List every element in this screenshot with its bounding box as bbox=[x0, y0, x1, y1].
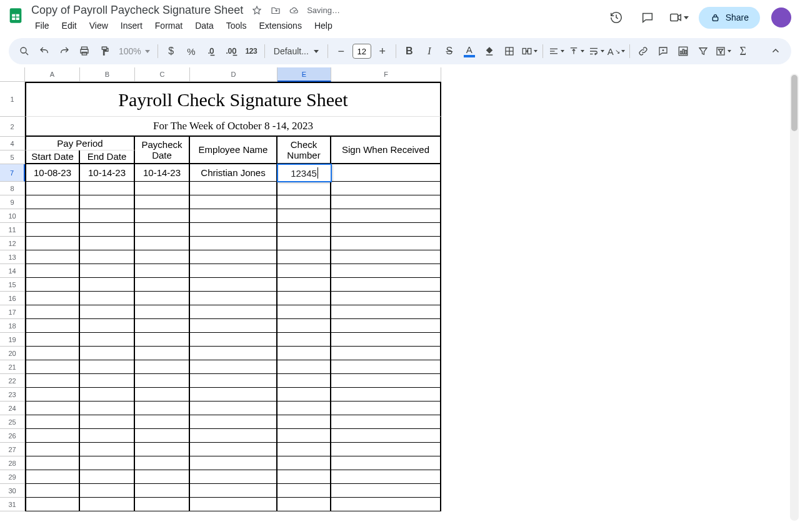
cell-E24[interactable] bbox=[278, 401, 331, 415]
cell-F7[interactable] bbox=[331, 164, 441, 182]
cell-C26[interactable] bbox=[135, 429, 190, 443]
cell-E29[interactable] bbox=[278, 470, 331, 484]
cell-D21[interactable] bbox=[190, 360, 278, 374]
row-header-2[interactable]: 2 bbox=[0, 117, 25, 137]
cell-D30[interactable] bbox=[190, 484, 278, 498]
hdr-D[interactable]: Employee Name bbox=[190, 137, 278, 164]
zoom-select[interactable]: 100% bbox=[115, 46, 154, 56]
cell-C18[interactable] bbox=[135, 319, 190, 333]
cell-D15[interactable] bbox=[190, 278, 278, 292]
cell-A30[interactable] bbox=[25, 484, 80, 498]
cell-F26[interactable] bbox=[331, 429, 441, 443]
cell-C19[interactable] bbox=[135, 333, 190, 347]
cloud-status-icon[interactable] bbox=[288, 4, 301, 17]
menu-insert[interactable]: Insert bbox=[116, 18, 148, 33]
row-header-22[interactable]: 22 bbox=[0, 374, 25, 388]
cell-B21[interactable] bbox=[80, 360, 135, 374]
cell-A28[interactable] bbox=[25, 456, 80, 470]
font-select[interactable]: Default... bbox=[269, 46, 324, 56]
cell-D10[interactable] bbox=[190, 209, 278, 223]
history-icon[interactable] bbox=[605, 6, 628, 29]
cell-E23[interactable] bbox=[278, 388, 331, 401]
cell-C7[interactable]: 10-14-23 bbox=[135, 164, 190, 182]
cell-A7[interactable]: 10-08-23 bbox=[25, 164, 80, 182]
row-header-26[interactable]: 26 bbox=[0, 429, 25, 443]
row-header-16[interactable]: 16 bbox=[0, 292, 25, 305]
row-header-11[interactable]: 11 bbox=[0, 223, 25, 237]
cell-E26[interactable] bbox=[278, 429, 331, 443]
cell-A14[interactable] bbox=[25, 264, 80, 278]
cell-F11[interactable] bbox=[331, 223, 441, 237]
cells-grid[interactable]: Payroll Check Signature SheetFor The Wee… bbox=[25, 82, 441, 511]
cell-A22[interactable] bbox=[25, 374, 80, 388]
font-size-input[interactable] bbox=[352, 44, 371, 59]
cell-A9[interactable] bbox=[25, 195, 80, 209]
cell-A25[interactable] bbox=[25, 415, 80, 429]
horizontal-align-button[interactable] bbox=[547, 42, 566, 61]
more-formats-button[interactable]: 123 bbox=[242, 42, 261, 61]
cell-E19[interactable] bbox=[278, 333, 331, 347]
col-header-F[interactable]: F bbox=[331, 67, 441, 82]
cell-A8[interactable] bbox=[25, 182, 80, 195]
cell-B20[interactable] bbox=[80, 347, 135, 360]
hdr-E[interactable]: Check Number bbox=[278, 137, 331, 164]
cell-A13[interactable] bbox=[25, 250, 80, 264]
cell-D14[interactable] bbox=[190, 264, 278, 278]
col-header-E[interactable]: E bbox=[278, 67, 331, 82]
comments-icon[interactable] bbox=[636, 6, 659, 29]
row-header-8[interactable]: 8 bbox=[0, 182, 25, 195]
cell-C16[interactable] bbox=[135, 292, 190, 305]
cell-B7[interactable]: 10-14-23 bbox=[80, 164, 135, 182]
cell-D25[interactable] bbox=[190, 415, 278, 429]
move-folder-icon[interactable] bbox=[269, 4, 282, 17]
cell-A20[interactable] bbox=[25, 347, 80, 360]
cell-F8[interactable] bbox=[331, 182, 441, 195]
cell-B29[interactable] bbox=[80, 470, 135, 484]
cell-C21[interactable] bbox=[135, 360, 190, 374]
borders-button[interactable] bbox=[500, 42, 519, 61]
row-header-12[interactable]: 12 bbox=[0, 237, 25, 250]
cell-B22[interactable] bbox=[80, 374, 135, 388]
cell-C31[interactable] bbox=[135, 498, 190, 511]
cell-C28[interactable] bbox=[135, 456, 190, 470]
cell-F13[interactable] bbox=[331, 250, 441, 264]
percent-icon[interactable]: % bbox=[182, 42, 201, 61]
cell-F16[interactable] bbox=[331, 292, 441, 305]
cell-D18[interactable] bbox=[190, 319, 278, 333]
row-header-1[interactable]: 1 bbox=[0, 82, 25, 117]
cell-D11[interactable] bbox=[190, 223, 278, 237]
cell-C30[interactable] bbox=[135, 484, 190, 498]
cell-D8[interactable] bbox=[190, 182, 278, 195]
cell-B10[interactable] bbox=[80, 209, 135, 223]
menu-data[interactable]: Data bbox=[190, 18, 219, 33]
cell-E30[interactable] bbox=[278, 484, 331, 498]
cell-C8[interactable] bbox=[135, 182, 190, 195]
cell-B16[interactable] bbox=[80, 292, 135, 305]
title-cell[interactable]: Payroll Check Signature Sheet bbox=[25, 82, 441, 117]
cell-E18[interactable] bbox=[278, 319, 331, 333]
hdr-F[interactable]: Sign When Received bbox=[331, 137, 441, 164]
col-header-C[interactable]: C bbox=[135, 67, 190, 82]
cell-E12[interactable] bbox=[278, 237, 331, 250]
cell-D22[interactable] bbox=[190, 374, 278, 388]
cell-C24[interactable] bbox=[135, 401, 190, 415]
cell-A31[interactable] bbox=[25, 498, 80, 511]
row-header-31[interactable]: 31 bbox=[0, 498, 25, 511]
hdr-pay-period[interactable]: Pay Period bbox=[25, 137, 135, 150]
cell-A19[interactable] bbox=[25, 333, 80, 347]
cell-D26[interactable] bbox=[190, 429, 278, 443]
menu-file[interactable]: File bbox=[30, 18, 54, 33]
sheets-logo-icon[interactable] bbox=[5, 5, 26, 26]
insert-comment-icon[interactable] bbox=[654, 42, 672, 61]
row-header-15[interactable]: 15 bbox=[0, 278, 25, 292]
text-wrap-button[interactable] bbox=[587, 42, 606, 61]
row-header-27[interactable]: 27 bbox=[0, 443, 25, 456]
paint-format-icon[interactable] bbox=[95, 42, 114, 61]
cell-A17[interactable] bbox=[25, 305, 80, 319]
cell-E22[interactable] bbox=[278, 374, 331, 388]
row-header-7[interactable]: 7 bbox=[0, 164, 25, 182]
cell-F28[interactable] bbox=[331, 456, 441, 470]
cell-D23[interactable] bbox=[190, 388, 278, 401]
increase-font-size-icon[interactable]: + bbox=[373, 42, 392, 61]
cell-B13[interactable] bbox=[80, 250, 135, 264]
